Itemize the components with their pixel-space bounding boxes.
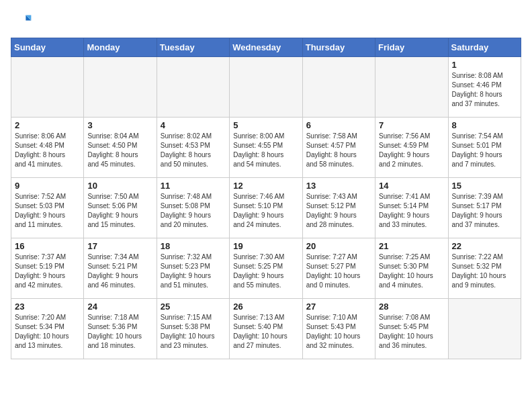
week-row-3: 9Sunrise: 7:52 AM Sunset: 5:03 PM Daylig… [11, 178, 521, 238]
day-info: Sunrise: 8:02 AM Sunset: 4:53 PM Dayligh… [161, 132, 226, 169]
day-info: Sunrise: 7:54 AM Sunset: 5:01 PM Dayligh… [452, 132, 517, 169]
day-number: 7 [379, 120, 444, 130]
weekday-header-monday: Monday [84, 38, 157, 57]
day-number: 22 [452, 241, 517, 251]
day-info: Sunrise: 7:18 AM Sunset: 5:36 PM Dayligh… [87, 313, 152, 351]
day-info: Sunrise: 7:56 AM Sunset: 4:59 PM Dayligh… [379, 132, 444, 169]
calendar-cell: 2Sunrise: 8:06 AM Sunset: 4:48 PM Daylig… [11, 118, 84, 178]
week-row-2: 2Sunrise: 8:06 AM Sunset: 4:48 PM Daylig… [11, 118, 521, 178]
calendar-cell [230, 57, 302, 118]
day-info: Sunrise: 7:10 AM Sunset: 5:43 PM Dayligh… [306, 313, 371, 351]
weekday-header-saturday: Saturday [448, 38, 521, 57]
day-info: Sunrise: 7:08 AM Sunset: 5:45 PM Dayligh… [379, 313, 444, 351]
calendar-cell [375, 57, 448, 118]
calendar-cell: 13Sunrise: 7:43 AM Sunset: 5:12 PM Dayli… [302, 178, 375, 238]
day-number: 21 [379, 241, 444, 251]
day-info: Sunrise: 7:52 AM Sunset: 5:03 PM Dayligh… [15, 192, 80, 230]
calendar-cell [11, 57, 84, 118]
day-number: 15 [452, 181, 517, 191]
day-number: 18 [161, 241, 226, 251]
day-number: 2 [15, 120, 80, 130]
day-number: 20 [306, 241, 371, 251]
day-number: 27 [306, 302, 371, 312]
day-number: 25 [161, 302, 226, 312]
day-info: Sunrise: 7:15 AM Sunset: 5:38 PM Dayligh… [161, 313, 226, 351]
calendar-cell: 14Sunrise: 7:41 AM Sunset: 5:14 PM Dayli… [375, 178, 448, 238]
day-info: Sunrise: 7:34 AM Sunset: 5:21 PM Dayligh… [87, 253, 152, 290]
calendar-cell: 4Sunrise: 8:02 AM Sunset: 4:53 PM Daylig… [157, 118, 229, 178]
day-number: 1 [452, 60, 517, 70]
day-info: Sunrise: 7:25 AM Sunset: 5:30 PM Dayligh… [379, 253, 444, 290]
calendar-cell: 15Sunrise: 7:39 AM Sunset: 5:17 PM Dayli… [448, 178, 521, 238]
day-number: 8 [452, 120, 517, 130]
day-info: Sunrise: 7:46 AM Sunset: 5:10 PM Dayligh… [233, 192, 298, 230]
weekday-header-friday: Friday [375, 38, 448, 57]
day-number: 28 [379, 302, 444, 312]
day-number: 24 [87, 302, 152, 312]
day-number: 19 [233, 241, 298, 251]
calendar-cell: 25Sunrise: 7:15 AM Sunset: 5:38 PM Dayli… [157, 299, 229, 359]
day-info: Sunrise: 7:39 AM Sunset: 5:17 PM Dayligh… [452, 192, 517, 230]
day-info: Sunrise: 8:00 AM Sunset: 4:55 PM Dayligh… [233, 132, 298, 169]
day-info: Sunrise: 8:04 AM Sunset: 4:50 PM Dayligh… [87, 132, 152, 169]
calendar-cell: 10Sunrise: 7:50 AM Sunset: 5:06 PM Dayli… [84, 178, 157, 238]
calendar-cell: 12Sunrise: 7:46 AM Sunset: 5:10 PM Dayli… [230, 178, 302, 238]
calendar-cell: 18Sunrise: 7:32 AM Sunset: 5:23 PM Dayli… [157, 238, 229, 299]
calendar-cell: 28Sunrise: 7:08 AM Sunset: 5:45 PM Dayli… [375, 299, 448, 359]
weekday-header-tuesday: Tuesday [157, 38, 229, 57]
calendar-cell: 16Sunrise: 7:37 AM Sunset: 5:19 PM Dayli… [11, 238, 84, 299]
calendar-cell: 19Sunrise: 7:30 AM Sunset: 5:25 PM Dayli… [230, 238, 302, 299]
calendar-cell: 9Sunrise: 7:52 AM Sunset: 5:03 PM Daylig… [11, 178, 84, 238]
day-info: Sunrise: 7:41 AM Sunset: 5:14 PM Dayligh… [379, 192, 444, 230]
day-info: Sunrise: 7:20 AM Sunset: 5:34 PM Dayligh… [15, 313, 80, 351]
day-info: Sunrise: 7:58 AM Sunset: 4:57 PM Dayligh… [306, 132, 371, 169]
day-number: 9 [15, 181, 80, 191]
weekday-header-thursday: Thursday [302, 38, 375, 57]
calendar-cell: 26Sunrise: 7:13 AM Sunset: 5:40 PM Dayli… [230, 299, 302, 359]
calendar-cell [448, 299, 521, 359]
calendar-cell [84, 57, 157, 118]
day-info: Sunrise: 7:30 AM Sunset: 5:25 PM Dayligh… [233, 253, 298, 290]
page-header [11, 11, 521, 32]
week-row-1: 1Sunrise: 8:08 AM Sunset: 4:46 PM Daylig… [11, 57, 521, 118]
day-info: Sunrise: 7:50 AM Sunset: 5:06 PM Dayligh… [87, 192, 152, 230]
calendar-cell: 3Sunrise: 8:04 AM Sunset: 4:50 PM Daylig… [84, 118, 157, 178]
calendar-cell [157, 57, 229, 118]
day-info: Sunrise: 7:22 AM Sunset: 5:32 PM Dayligh… [452, 253, 517, 290]
day-number: 6 [306, 120, 371, 130]
week-row-5: 23Sunrise: 7:20 AM Sunset: 5:34 PM Dayli… [11, 299, 521, 359]
calendar-cell: 23Sunrise: 7:20 AM Sunset: 5:34 PM Dayli… [11, 299, 84, 359]
week-row-4: 16Sunrise: 7:37 AM Sunset: 5:19 PM Dayli… [11, 238, 521, 299]
day-info: Sunrise: 7:32 AM Sunset: 5:23 PM Dayligh… [161, 253, 226, 290]
svg-rect-0 [11, 11, 32, 32]
calendar-cell [302, 57, 375, 118]
day-number: 3 [87, 120, 152, 130]
calendar-cell: 5Sunrise: 8:00 AM Sunset: 4:55 PM Daylig… [230, 118, 302, 178]
day-info: Sunrise: 7:13 AM Sunset: 5:40 PM Dayligh… [233, 313, 298, 351]
calendar-table: SundayMondayTuesdayWednesdayThursdayFrid… [11, 38, 521, 359]
calendar-cell: 17Sunrise: 7:34 AM Sunset: 5:21 PM Dayli… [84, 238, 157, 299]
day-info: Sunrise: 7:43 AM Sunset: 5:12 PM Dayligh… [306, 192, 371, 230]
day-info: Sunrise: 7:27 AM Sunset: 5:27 PM Dayligh… [306, 253, 371, 290]
day-number: 12 [233, 181, 298, 191]
day-number: 13 [306, 181, 371, 191]
logo-icon [11, 11, 32, 32]
calendar-cell: 1Sunrise: 8:08 AM Sunset: 4:46 PM Daylig… [448, 57, 521, 118]
calendar-cell: 20Sunrise: 7:27 AM Sunset: 5:27 PM Dayli… [302, 238, 375, 299]
calendar-cell: 11Sunrise: 7:48 AM Sunset: 5:08 PM Dayli… [157, 178, 229, 238]
day-info: Sunrise: 8:08 AM Sunset: 4:46 PM Dayligh… [452, 71, 517, 109]
weekday-header-wednesday: Wednesday [230, 38, 302, 57]
day-info: Sunrise: 8:06 AM Sunset: 4:48 PM Dayligh… [15, 132, 80, 169]
calendar-header-row: SundayMondayTuesdayWednesdayThursdayFrid… [11, 38, 521, 57]
calendar-cell: 6Sunrise: 7:58 AM Sunset: 4:57 PM Daylig… [302, 118, 375, 178]
day-number: 16 [15, 241, 80, 251]
day-number: 5 [233, 120, 298, 130]
day-number: 4 [161, 120, 226, 130]
day-number: 10 [87, 181, 152, 191]
calendar-cell: 22Sunrise: 7:22 AM Sunset: 5:32 PM Dayli… [448, 238, 521, 299]
day-info: Sunrise: 7:48 AM Sunset: 5:08 PM Dayligh… [161, 192, 226, 230]
day-number: 23 [15, 302, 80, 312]
day-number: 17 [87, 241, 152, 251]
day-number: 14 [379, 181, 444, 191]
day-info: Sunrise: 7:37 AM Sunset: 5:19 PM Dayligh… [15, 253, 80, 290]
